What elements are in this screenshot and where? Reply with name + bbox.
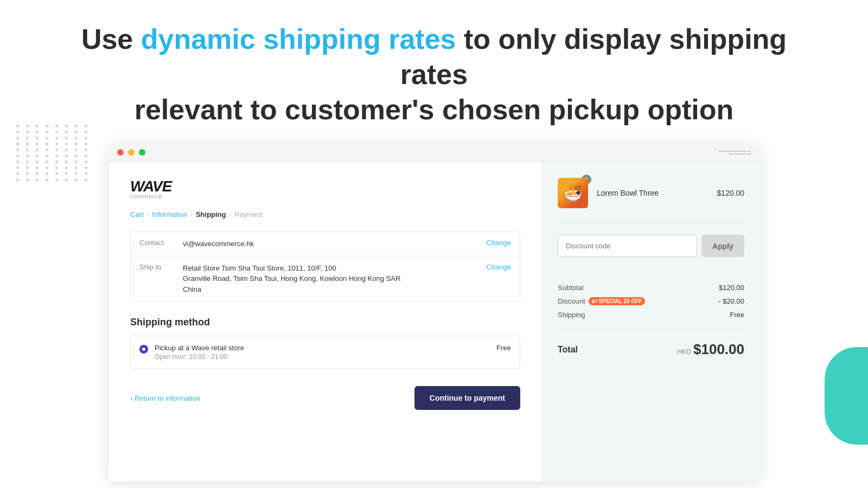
contact-change-link[interactable]: Change bbox=[486, 239, 511, 247]
breadcrumb-sep-3: › bbox=[229, 211, 232, 218]
shipping-option-price: Free bbox=[496, 344, 511, 352]
order-summary-panel: 1 Lorem Bowl Three $120.00 Apply Subtota… bbox=[542, 162, 760, 481]
ship-to-label: Ship to bbox=[139, 263, 183, 271]
traffic-light-yellow bbox=[128, 149, 135, 156]
hero-highlight: dynamic shipping rates bbox=[141, 23, 456, 55]
contact-value: vi@wavecommerce.hk bbox=[183, 239, 480, 249]
decorative-dots: // render dots inline bbox=[16, 125, 81, 277]
contact-label: Contact bbox=[139, 239, 183, 247]
logo: WAVE commerce bbox=[130, 178, 520, 200]
breadcrumb-information[interactable]: Information bbox=[152, 210, 187, 219]
hero-line2: relevant to customer's chosen pickup opt… bbox=[135, 94, 734, 125]
shipping-option-name: Pickup at a Wave retail store bbox=[155, 344, 490, 352]
checkout-left-panel: WAVE commerce Cart › Information › Shipp… bbox=[108, 162, 542, 481]
browser-titlebar bbox=[108, 144, 760, 162]
total-label: Total bbox=[558, 345, 578, 355]
shipping-summary-value: Free bbox=[730, 311, 744, 319]
product-price: $120.00 bbox=[717, 189, 744, 197]
titlebar-line-2 bbox=[729, 153, 751, 155]
discount-label: Discount SPECIAL 20 OFF bbox=[558, 297, 645, 305]
shipping-option-info: Pickup at a Wave retail store Open hour:… bbox=[155, 344, 490, 361]
hero-prefix: Use bbox=[81, 23, 141, 55]
titlebar-line-1 bbox=[718, 151, 751, 152]
logo-commerce-text: commerce bbox=[130, 193, 520, 200]
breadcrumb-shipping: Shipping bbox=[196, 210, 226, 219]
subtotal-line: Subtotal $120.00 bbox=[558, 284, 744, 292]
shipping-option-hours: Open hour: 10:00 - 21:00 bbox=[155, 353, 490, 361]
shipping-option[interactable]: Pickup at a Wave retail store Open hour:… bbox=[130, 336, 520, 369]
browser-content: WAVE commerce Cart › Information › Shipp… bbox=[108, 162, 760, 481]
traffic-light-green bbox=[139, 149, 145, 156]
breadcrumb-payment: Payment bbox=[234, 210, 262, 219]
shipping-method-heading: Shipping method bbox=[130, 317, 520, 328]
ship-to-value: Retail Store Tsim Sha Tsui Store, 1011, … bbox=[183, 263, 480, 295]
contact-row: Contact vi@wavecommerce.hk Change bbox=[131, 232, 520, 256]
subtotal-label: Subtotal bbox=[558, 284, 584, 292]
browser-wrapper: WAVE commerce Cart › Information › Shipp… bbox=[100, 144, 768, 481]
discount-value: - $20.00 bbox=[718, 297, 744, 305]
discount-line: Discount SPECIAL 20 OFF - $20.00 bbox=[558, 297, 744, 305]
discount-tag: SPECIAL 20 OFF bbox=[589, 297, 646, 305]
product-name: Lorem Bowl Three bbox=[597, 189, 717, 197]
continue-to-payment-button[interactable]: Continue to payment bbox=[414, 386, 520, 410]
breadcrumb-cart[interactable]: Cart bbox=[130, 210, 144, 219]
shipping-summary-label: Shipping bbox=[558, 311, 585, 319]
discount-code-input[interactable] bbox=[558, 235, 697, 257]
total-currency: HKD bbox=[678, 348, 691, 356]
traffic-light-red bbox=[117, 149, 124, 156]
discount-code-row: Apply bbox=[558, 235, 744, 271]
hero-section: Use dynamic shipping rates to only displ… bbox=[0, 0, 868, 144]
total-value: HKD $100.00 bbox=[678, 341, 744, 358]
teal-decorative-shape bbox=[825, 347, 868, 445]
product-row: 1 Lorem Bowl Three $120.00 bbox=[558, 178, 744, 222]
breadcrumb-sep-1: › bbox=[147, 211, 149, 218]
breadcrumb-sep-2: › bbox=[190, 211, 193, 218]
dot-grid: // render dots inline bbox=[16, 125, 81, 181]
info-table: Contact vi@wavecommerce.hk Change Ship t… bbox=[130, 232, 520, 301]
ship-to-change-link[interactable]: Change bbox=[486, 263, 511, 271]
shipping-summary-line: Shipping Free bbox=[558, 311, 744, 319]
breadcrumb: Cart › Information › Shipping › Payment bbox=[130, 210, 520, 219]
checkout-actions: Return to information Continue to paymen… bbox=[130, 386, 520, 410]
ship-to-row: Ship to Retail Store Tsim Sha Tsui Store… bbox=[131, 256, 520, 301]
total-line: Total HKD $100.00 bbox=[558, 341, 744, 358]
product-image-wrap: 1 bbox=[558, 178, 588, 208]
titlebar-lines bbox=[718, 151, 751, 155]
product-image bbox=[558, 178, 588, 208]
summary-lines: Subtotal $120.00 Discount SPECIAL 20 OFF… bbox=[558, 284, 744, 330]
browser-window: WAVE commerce Cart › Information › Shipp… bbox=[108, 144, 760, 481]
total-amount: $100.00 bbox=[693, 341, 744, 358]
subtotal-value: $120.00 bbox=[719, 284, 744, 292]
apply-discount-button[interactable]: Apply bbox=[701, 235, 744, 257]
return-to-information-link[interactable]: Return to information bbox=[130, 394, 200, 402]
hero-suffix: to only display shipping rates bbox=[400, 23, 787, 90]
shipping-radio-selected[interactable] bbox=[139, 345, 148, 354]
